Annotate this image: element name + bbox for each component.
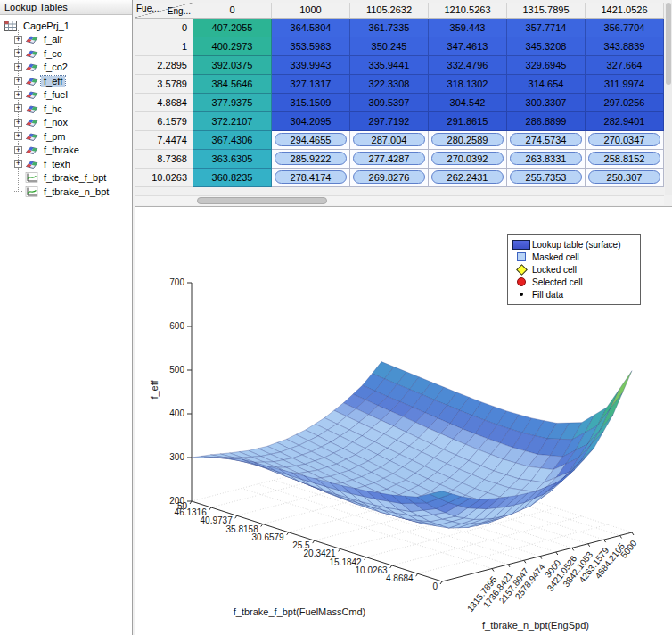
tree-item-f_tbrake[interactable]: +f_tbrake [3, 144, 132, 158]
row-header[interactable]: 1 [135, 37, 193, 56]
row-header[interactable]: 2.2895 [135, 56, 193, 75]
table-cell[interactable]: 359.443 [429, 19, 507, 37]
table-cell[interactable]: 297.0256 [586, 94, 664, 112]
tree-root-project[interactable]: CagePrj_1 [3, 19, 132, 33]
table-cell[interactable]: 287.004 [350, 131, 429, 150]
masked-cell-pill: 277.4287 [353, 152, 425, 165]
table-cell[interactable]: 363.6305 [193, 150, 272, 169]
table-cell[interactable]: 263.8331 [507, 150, 586, 169]
table-cell[interactable]: 297.7192 [350, 112, 429, 131]
tree-item-f_nox[interactable]: +f_nox [3, 116, 132, 130]
table-cell[interactable]: 274.5734 [507, 131, 586, 150]
table-cell[interactable]: 300.3307 [507, 94, 586, 112]
panel-header: Lookup Tables [0, 0, 132, 15]
table-cell[interactable]: 327.664 [586, 56, 664, 75]
tree-item-f_fuel[interactable]: +f_fuel [3, 88, 132, 103]
table-cell[interactable]: 407.2055 [193, 19, 272, 37]
expand-plus-icon[interactable]: + [14, 36, 22, 44]
table-cell[interactable]: 350.245 [350, 37, 429, 56]
table-cell[interactable]: 353.5983 [272, 37, 350, 56]
expand-plus-icon[interactable]: + [14, 146, 22, 154]
expand-plus-icon[interactable]: + [14, 104, 22, 112]
expand-plus-icon[interactable]: + [14, 91, 22, 99]
tree-item-f_co[interactable]: +f_co [3, 46, 132, 61]
table-cell[interactable]: 400.2973 [193, 37, 272, 56]
tree-item-f_air[interactable]: +f_air [3, 33, 132, 47]
table-cell[interactable]: 291.8615 [429, 112, 507, 131]
table-cell[interactable]: 372.2107 [193, 112, 272, 131]
table-cell[interactable]: 304.2095 [272, 112, 350, 131]
table-cell[interactable]: 262.2431 [429, 169, 507, 187]
table-cell[interactable]: 357.7714 [507, 19, 586, 37]
table-cell[interactable]: 270.0347 [586, 131, 664, 150]
column-header[interactable]: 0 [193, 3, 272, 19]
table-cell[interactable]: 314.654 [507, 75, 586, 94]
tree-item-f_hc[interactable]: +f_hc [3, 102, 132, 116]
table-cell[interactable]: 250.307 [586, 169, 664, 187]
tree-item-f_co2[interactable]: +f_co2 [3, 61, 132, 75]
tree-item-label: f_co [41, 48, 65, 59]
vertical-scrollbar-thumb[interactable] [666, 3, 671, 85]
table-cell[interactable]: 255.7353 [507, 169, 586, 187]
column-header[interactable]: 1315.7895 [507, 3, 586, 19]
table-cell[interactable]: 377.9375 [193, 94, 272, 112]
table-cell[interactable]: 345.3208 [507, 37, 586, 56]
table-cell[interactable]: 280.2589 [429, 131, 507, 150]
row-header[interactable]: 6.1579 [135, 112, 193, 131]
table-cell[interactable]: 258.8152 [586, 150, 664, 169]
table-cell[interactable]: 269.8276 [350, 169, 429, 187]
table-cell[interactable]: 311.9974 [586, 75, 664, 94]
table-cell[interactable]: 384.5646 [193, 75, 272, 94]
table-cell[interactable]: 270.0392 [429, 150, 507, 169]
table-cell[interactable]: 282.9401 [586, 112, 664, 131]
table-cell[interactable]: 277.4287 [350, 150, 429, 169]
column-header[interactable]: 1000 [272, 3, 350, 19]
table-cell[interactable]: 339.9943 [272, 56, 350, 75]
row-header[interactable]: 0 [135, 19, 193, 37]
table-cell[interactable]: 361.7335 [350, 19, 429, 37]
expand-plus-icon[interactable]: + [14, 77, 22, 85]
tree-item-f_tbrake_f_bpt[interactable]: f_tbrake_f_bpt [3, 171, 132, 186]
table-cell[interactable]: 278.4174 [272, 169, 350, 187]
column-header[interactable]: 1105.2632 [350, 3, 429, 19]
expand-plus-icon[interactable]: + [14, 132, 22, 140]
table-cell[interactable]: 309.5397 [350, 94, 429, 112]
expand-plus-icon[interactable]: + [14, 49, 22, 57]
table-cell[interactable]: 392.0375 [193, 56, 272, 75]
horizontal-scrollbar[interactable] [135, 195, 664, 205]
table-cell[interactable]: 294.4655 [272, 131, 350, 150]
tree-item-f_eff[interactable]: +f_eff [3, 74, 132, 88]
column-header[interactable]: 1421.0526 [586, 3, 664, 19]
column-header[interactable]: 1210.5263 [429, 3, 507, 19]
table-cell[interactable]: 347.4613 [429, 37, 507, 56]
row-header[interactable]: 4.8684 [135, 94, 193, 112]
table-cell[interactable]: 286.8899 [507, 112, 586, 131]
table-cell[interactable]: 315.1509 [272, 94, 350, 112]
table-cell[interactable]: 329.6945 [507, 56, 586, 75]
table-cell[interactable]: 318.1302 [429, 75, 507, 94]
surface-plot-pane[interactable]: 2003004005006007005046.131640.973735.815… [135, 206, 672, 635]
tree-item-f_tbrake_n_bpt[interactable]: f_tbrake_n_bpt [3, 185, 132, 199]
row-header[interactable]: 8.7368 [135, 150, 193, 169]
table-cell[interactable]: 367.4306 [193, 131, 272, 150]
table-cell[interactable]: 360.8235 [193, 169, 272, 187]
expand-plus-icon[interactable]: + [14, 160, 22, 168]
row-header[interactable]: 7.4474 [135, 131, 193, 150]
expand-plus-icon[interactable]: + [14, 119, 22, 127]
table-cell[interactable]: 332.4796 [429, 56, 507, 75]
vertical-scrollbar[interactable] [665, 3, 672, 195]
table-cell[interactable]: 343.8839 [586, 37, 664, 56]
table-cell[interactable]: 327.1317 [272, 75, 350, 94]
row-header[interactable]: 3.5789 [135, 75, 193, 94]
table-cell[interactable]: 304.542 [429, 94, 507, 112]
tree-item-f_texh[interactable]: +f_texh [3, 157, 132, 171]
tree-item-f_pm[interactable]: +f_pm [3, 129, 132, 144]
table-cell[interactable]: 356.7704 [586, 19, 664, 37]
expand-plus-icon[interactable]: + [14, 63, 22, 71]
table-cell[interactable]: 335.9441 [350, 56, 429, 75]
table-cell[interactable]: 285.9222 [272, 150, 350, 169]
row-header[interactable]: 10.0263 [135, 169, 193, 187]
table-cell[interactable]: 322.3308 [350, 75, 429, 94]
horizontal-scrollbar-thumb[interactable] [197, 197, 327, 204]
table-cell[interactable]: 364.5804 [272, 19, 350, 37]
